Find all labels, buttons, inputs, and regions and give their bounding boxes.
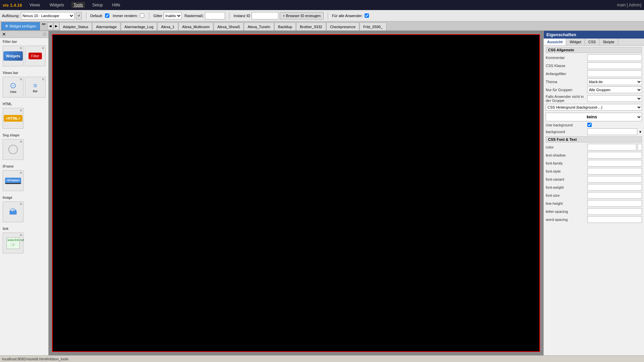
tab-css[interactable]: CSS	[585, 39, 600, 45]
insert-widget-label: Widget einfügen	[9, 24, 36, 28]
word-spacing-row: word-spacing	[546, 216, 642, 223]
panel-resize-icon: ⊡	[43, 32, 46, 37]
menu-views[interactable]: Views	[28, 2, 42, 8]
font-family-input[interactable]	[587, 160, 642, 167]
word-spacing-label: word-spacing	[546, 218, 586, 222]
tab-next-btn[interactable]: ▶	[53, 22, 59, 30]
menu-tools[interactable]: Tools	[71, 2, 85, 8]
font-variant-input[interactable]	[587, 176, 642, 183]
tab-alexa-1[interactable]: Alexa_1	[157, 22, 178, 31]
font-size-label: font-size	[546, 193, 586, 197]
tab-aussicht[interactable]: Aussicht	[544, 39, 566, 45]
image-icon: 🏔	[9, 207, 17, 217]
link-widgets: ⊠ www.link.net☞	[1, 231, 47, 255]
default-checkbox[interactable]	[105, 13, 109, 18]
bar-btn[interactable]: ⊠ ≡ Bar	[25, 77, 46, 98]
html-btn[interactable]: ⊠ <HTML>	[3, 108, 23, 129]
svg-corner-icon: ⊠	[19, 140, 22, 143]
html-corner-icon: ⊠	[19, 109, 22, 112]
background-input[interactable]: rgba(1, 1, 1, 1) none repeat scroll 0% 0…	[587, 128, 637, 135]
tab-alexa-multiroom[interactable]: Alexa_Multiroom	[178, 22, 213, 31]
html-icon: <HTML>	[4, 115, 22, 122]
font-family-row: font-family	[546, 160, 642, 167]
iframe-btn[interactable]: ⊠ <iFrame>	[3, 170, 23, 191]
tab-alarmanlage-log[interactable]: Alarmanlage_Log	[121, 22, 157, 31]
nur-fuer-gruppen-select[interactable]: Alle Gruppen	[587, 86, 642, 93]
color-swatch[interactable]	[638, 144, 642, 150]
tab-widget[interactable]: Widget	[566, 39, 585, 45]
tab-adapter-status[interactable]: Adapter_Status	[59, 22, 92, 31]
gitter-group: Gitter Inaktiv	[153, 12, 182, 19]
tab-brother[interactable]: Brother_9332	[296, 22, 326, 31]
font-size-input[interactable]	[587, 192, 642, 199]
css-hintergrund-row: CSS Hintergrund (background-...)	[546, 104, 642, 111]
keins-select[interactable]: keins	[546, 113, 642, 121]
css-hintergrund-select[interactable]: CSS Hintergrund (background-...)	[546, 104, 642, 111]
color-input[interactable]	[587, 144, 636, 150]
kommentar-input[interactable]	[587, 54, 642, 61]
kommentar-label: Kommentar	[546, 56, 586, 60]
svg-section-title: Svg shape	[1, 133, 47, 138]
image-corner-icon: ⊠	[19, 202, 22, 206]
panel-close-x[interactable]: ✕	[2, 32, 6, 37]
resolution-select[interactable]: Nexus 10 · Landscape	[21, 12, 74, 19]
tab-alarmanlage[interactable]: Alarmanlage	[92, 22, 120, 31]
tab-alexa-show5[interactable]: Alexa_Show5	[214, 22, 244, 31]
iframe-widgets: ⊠ <iFrame>	[1, 169, 47, 192]
rastermas-group: Rastermaß:	[184, 12, 225, 19]
tab-prev-btn[interactable]: ◀	[47, 22, 53, 30]
use-background-checkbox[interactable]	[587, 123, 592, 127]
fuer-alle-checkbox[interactable]	[365, 13, 369, 18]
resolution-btn[interactable]: ↺	[76, 12, 82, 19]
tab-alexa-tunein[interactable]: Alexa_TuneIn	[244, 22, 274, 31]
line-height-input[interactable]	[587, 200, 642, 207]
menu-hilfe[interactable]: Hilfe	[110, 2, 122, 8]
view-btn[interactable]: ⊠ ⊙ View	[3, 77, 23, 98]
letter-spacing-row: letter-spacing	[546, 208, 642, 215]
menu-widgets[interactable]: Widgets	[48, 2, 66, 8]
iframe-section-title: iFrame	[1, 164, 47, 169]
svg-btn[interactable]: ⊠	[3, 139, 23, 160]
falls-anwender-select[interactable]	[587, 95, 642, 102]
background-row: background rgba(1, 1, 1, 1) none repeat …	[546, 128, 642, 135]
widgets-icon: Widgets	[3, 51, 23, 61]
rastermas-input[interactable]	[205, 12, 225, 19]
anfangsfilter-label: Anfangsfilter	[546, 72, 586, 76]
main-layout: ✕ ⊡ Filter bar ⊠ Widgets ⊠ Filter Views …	[0, 31, 644, 355]
image-section-title: Image	[1, 195, 47, 200]
instanz-id-input[interactable]: 31.5fa2c	[252, 12, 278, 19]
text-shadow-input[interactable]	[587, 152, 642, 159]
canvas[interactable]	[52, 34, 540, 352]
toolbar: Auflösung: Nexus 10 · Landscape ↺ Defaul…	[0, 10, 644, 21]
link-icon: www.link.net☞	[6, 237, 20, 249]
insert-widget-btn[interactable]: ⊕ Widget einfügen	[1, 22, 40, 30]
tab-fritz[interactable]: Fritz_6590_	[360, 22, 386, 31]
font-style-input[interactable]	[587, 168, 642, 175]
anfangsfilter-input[interactable]	[587, 70, 642, 77]
tab-backtlup[interactable]: Backtlup	[274, 22, 296, 31]
html-widgets: ⊠ <HTML>	[1, 107, 47, 130]
word-spacing-input[interactable]	[587, 216, 642, 223]
widgets-btn[interactable]: ⊠ Widgets	[3, 46, 23, 66]
thema-select[interactable]: black-tie	[587, 78, 642, 85]
tab-skripte[interactable]: Skripte	[599, 39, 618, 45]
immer-render-checkbox[interactable]	[140, 13, 144, 18]
css-klasse-label: CSS Klasse	[546, 64, 586, 68]
menu-setup[interactable]: Setup	[90, 2, 105, 8]
letter-spacing-input[interactable]	[587, 208, 642, 215]
css-klasse-input[interactable]	[587, 62, 642, 69]
font-weight-input[interactable]	[587, 184, 642, 191]
filter-btn[interactable]: ⊠ Filter	[25, 46, 46, 66]
gitter-select[interactable]: Inaktiv	[164, 12, 182, 19]
font-variant-row: font-variant	[546, 176, 642, 183]
browser-id-btn[interactable]: + Browser ID erzeugen	[280, 12, 324, 19]
canvas-area	[49, 31, 543, 355]
panel-header[interactable]: ✕ ⊡	[0, 31, 48, 38]
link-btn[interactable]: ⊠ www.link.net☞	[3, 233, 23, 253]
background-expand-icon[interactable]: ▼	[639, 130, 642, 134]
link-section: link ⊠ www.link.net☞	[0, 225, 48, 256]
image-widgets: ⊠ 🏔	[1, 200, 47, 224]
use-background-row: Use background	[546, 123, 642, 127]
image-btn[interactable]: ⊠ 🏔	[3, 201, 23, 222]
tab-checkpresence[interactable]: Checkpresence	[326, 22, 359, 31]
